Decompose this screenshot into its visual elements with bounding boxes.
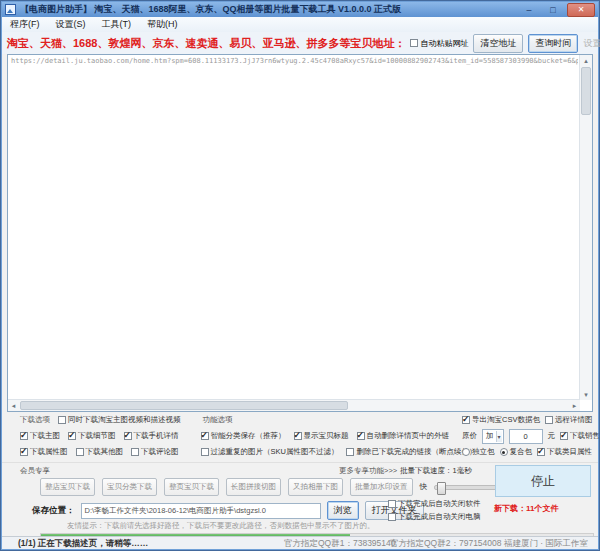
- more-features-link[interactable]: 更多专享功能>>>: [339, 466, 397, 476]
- options-row-3: 下载属性图 下载其他图 下载评论图 过滤重复的图片（SKU属性图不过滤） 删除已…: [2, 444, 462, 460]
- member-title: 会员专享: [20, 466, 50, 476]
- checkbox-box: [410, 39, 418, 47]
- checkbox-label: 下载评论图: [141, 447, 179, 457]
- checkbox-box: [201, 448, 209, 456]
- checkbox-label: 下载其他图: [86, 447, 124, 457]
- qq-group-1: 官方指定QQ群1：738395140: [284, 538, 396, 550]
- checkbox-smart-save[interactable]: 智能分类保存（推荐）: [201, 431, 286, 441]
- vertical-scroll-thumb[interactable]: [581, 67, 591, 115]
- checkbox-box: [201, 432, 209, 440]
- menu-settings[interactable]: 设置(S): [56, 18, 86, 31]
- minimize-button[interactable]: –: [519, 4, 539, 16]
- checkbox-label: 导出淘宝CSV数据包: [472, 415, 540, 425]
- clear-address-button[interactable]: 清空地址: [473, 34, 523, 53]
- checkbox-download-detail[interactable]: 下载细节图: [68, 431, 116, 441]
- menu-tools[interactable]: 工具(T): [102, 18, 132, 31]
- title-bar[interactable]: 【电商图片助手】 淘宝、天猫、1688阿里、京东、QQ相册等图片批量下载工具 V…: [2, 2, 598, 17]
- menu-program[interactable]: 程序(F): [10, 18, 40, 31]
- price-unit-label: 元: [548, 431, 556, 441]
- menu-help[interactable]: 帮助(H): [147, 18, 178, 31]
- tip-text: 友情提示：下载前请先选择好路径，下载后不要更改此路径，否则数据包中显示不了图片的…: [67, 521, 593, 532]
- export-row-1: 导出淘宝CSV数据包 远程详情图: [462, 412, 600, 428]
- radio-combined-package[interactable]: 复合包: [500, 447, 533, 457]
- options-panel: 下载选项 同时下载淘宝主图视频和描述视频 功能选项 下载主图 下载细节图 下载手…: [2, 412, 462, 462]
- checkbox-label: 下载销售属性: [570, 431, 600, 441]
- checkbox-remote-detail[interactable]: 远程详情图: [545, 415, 593, 425]
- checkbox-auto-shutdown-pc[interactable]: 下载完成后自动关闭电脑: [388, 512, 481, 522]
- auto-paste-checkbox[interactable]: 自动粘贴网址: [410, 38, 468, 49]
- app-icon: [5, 4, 16, 15]
- slider-thumb[interactable]: [437, 482, 446, 495]
- scroll-right-icon[interactable]: ▸: [569, 400, 580, 411]
- checkbox-label: 过滤重复的图片（SKU属性图不过滤）: [211, 447, 339, 457]
- page-download-button[interactable]: 整页宝贝下载: [164, 478, 219, 496]
- radio-dot: [462, 448, 470, 456]
- checkbox-box: [20, 448, 28, 456]
- save-location-label: 保存位置：: [32, 505, 75, 517]
- vertical-scrollbar[interactable]: ▴ ▾: [579, 55, 592, 400]
- maximize-button[interactable]: □: [543, 4, 563, 16]
- radio-label: 独立包: [472, 447, 495, 457]
- checkbox-download-review[interactable]: 下载评论图: [131, 447, 179, 457]
- checkbox-sales-attributes[interactable]: 下载销售属性: [560, 431, 600, 441]
- radio-single-package[interactable]: 独立包: [462, 447, 495, 457]
- stop-button[interactable]: 停止: [495, 465, 591, 497]
- checkbox-download-main[interactable]: 下载主图: [20, 431, 60, 441]
- checkbox-label: 下载主图: [30, 431, 60, 441]
- checkbox-box: [560, 432, 568, 440]
- price-input[interactable]: 0: [509, 429, 543, 444]
- checkbox-show-title[interactable]: 显示宝贝标题: [294, 431, 349, 441]
- checkbox-download-videos[interactable]: 同时下载淘宝主图视频和描述视频: [58, 415, 181, 425]
- price-op-select[interactable]: 加 ▾: [482, 429, 504, 444]
- status-text: (1/1) 正在下载描述页，请稍等……: [18, 538, 148, 550]
- category-download-button[interactable]: 宝贝分类下载: [102, 478, 157, 496]
- scroll-up-icon[interactable]: ▴: [581, 55, 592, 66]
- options-row-2: 下载主图 下载细节图 下载手机详情 智能分类保存（推荐） 显示宝贝标题 自动删除…: [2, 428, 462, 444]
- scroll-down-icon[interactable]: ▾: [581, 389, 592, 400]
- settings-link: 设置: [583, 37, 600, 50]
- checkbox-box: [462, 416, 470, 424]
- save-location-row: 保存位置： D:\李畅工作文件夹\2018-06-12\电商图片助手\dstgz…: [32, 501, 424, 520]
- checkbox-box: [537, 448, 545, 456]
- checkbox-filter-duplicates[interactable]: 过滤重复的图片（SKU属性图不过滤）: [201, 447, 339, 457]
- checkbox-export-csv[interactable]: 导出淘宝CSV数据包: [462, 415, 540, 425]
- horizontal-scroll-thumb[interactable]: [20, 401, 348, 410]
- auto-close-options: 下载完成后自动关闭软件 下载完成后自动关闭电脑: [388, 499, 481, 522]
- fast-label: 快: [420, 482, 428, 492]
- close-button[interactable]: ✕: [567, 3, 595, 17]
- status-bar: (1/1) 正在下载描述页，请稍等…… 官方指定QQ群1：738395140 官…: [2, 536, 598, 549]
- browse-button[interactable]: 浏览: [327, 501, 359, 520]
- scroll-left-icon[interactable]: ◂: [8, 400, 19, 411]
- checkbox-category-attributes[interactable]: 下载类目属性: [537, 447, 592, 457]
- checkbox-remove-finished-links[interactable]: 删除已下载完成的链接（断点续传）: [346, 447, 476, 457]
- horizontal-scrollbar[interactable]: ◂ ▸: [8, 399, 580, 411]
- save-path-input[interactable]: D:\李畅工作文件夹\2018-06-12\电商图片助手\dstgzsl.0: [81, 503, 321, 519]
- checkbox-box: [131, 448, 139, 456]
- export-row-3: 独立包 复合包 下载类目属性: [462, 444, 600, 460]
- yupoo-download-button[interactable]: 又拍相册下图: [288, 478, 343, 496]
- app-window: 【电商图片助手】 淘宝、天猫、1688阿里、京东、QQ相册等图片批量下载工具 V…: [0, 0, 600, 551]
- checkbox-download-mobile[interactable]: 下载手机详情: [124, 431, 179, 441]
- window-title: 【电商图片助手】 淘宝、天猫、1688阿里、京东、QQ相册等图片批量下载工具 V…: [20, 3, 515, 16]
- speed-label: 批量下载速度：1毫秒: [400, 466, 472, 476]
- checkbox-label: 下载类目属性: [547, 447, 592, 457]
- checkbox-box: [124, 432, 132, 440]
- url-text[interactable]: https://detail.ju.taobao.com/home.htm?sp…: [11, 57, 578, 65]
- checkbox-label: 下载细节图: [78, 431, 116, 441]
- query-time-button[interactable]: 查询时间: [528, 34, 578, 53]
- batch-watermark-button[interactable]: 批量加水印设置: [350, 478, 413, 496]
- radio-dot: [500, 448, 508, 456]
- url-textarea[interactable]: https://detail.ju.taobao.com/home.htm?sp…: [7, 54, 593, 412]
- checkbox-remove-external-links[interactable]: 自动删除详情页中的外链: [357, 431, 450, 441]
- radio-label: 复合包: [510, 447, 533, 457]
- long-image-slice-button[interactable]: 长图拼接切图: [226, 478, 281, 496]
- combo-arrow-icon: ▾: [496, 431, 502, 442]
- checkbox-auto-close-app[interactable]: 下载完成后自动关闭软件: [388, 499, 481, 509]
- qq-group-2: 官方指定QQ群2：797154008: [390, 538, 502, 550]
- checkbox-label: 删除已下载完成的链接（断点续传）: [356, 447, 476, 457]
- checkbox-download-other[interactable]: 下载其他图: [76, 447, 124, 457]
- checkbox-download-attr[interactable]: 下载属性图: [20, 447, 68, 457]
- checkbox-box: [68, 432, 76, 440]
- shop-download-button[interactable]: 整店宝贝下载: [40, 478, 95, 496]
- export-row-2: 原价 加 ▾ 0 元 下载销售属性: [462, 428, 600, 444]
